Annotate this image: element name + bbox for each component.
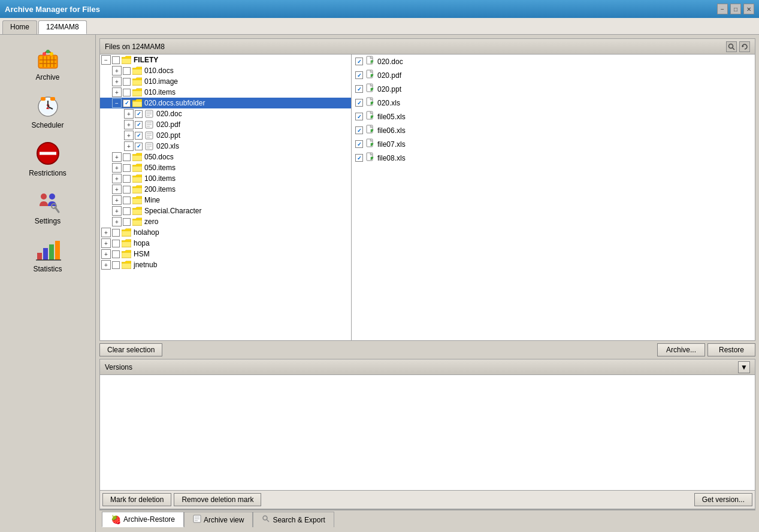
tab-search-export[interactable]: Search & Export [253, 512, 334, 527]
sidebar-item-restrictions[interactable]: Restrictions [9, 135, 87, 181]
tree-expander-filety[interactable]: − [101, 55, 111, 65]
view-icon[interactable] [726, 41, 737, 52]
file-checkbox-file06[interactable] [355, 126, 363, 134]
restore-button[interactable]: Restore [707, 343, 755, 356]
tree-checkbox-mine[interactable] [123, 197, 131, 204]
tree-expander-hopa[interactable]: + [101, 238, 111, 248]
tree-expander-zero[interactable]: + [112, 217, 122, 226]
sidebar-item-scheduler[interactable]: 2 Scheduler [9, 87, 87, 133]
tree-item-050items[interactable]: + 050.items [100, 162, 351, 173]
clear-selection-button[interactable]: Clear selection [99, 343, 162, 356]
tree-item-050docs[interactable]: + 050.docs [100, 152, 351, 162]
tree-checkbox-filety[interactable] [112, 56, 120, 64]
tree-item-specialchar[interactable]: + Special.Character [100, 205, 351, 216]
tree-checkbox-020ppt[interactable] [135, 132, 143, 140]
tree-checkbox-010image[interactable] [123, 78, 131, 86]
file-checkbox-file08[interactable] [355, 154, 363, 162]
file-checkbox-020pdf[interactable] [355, 71, 363, 79]
tree-item-020pdf[interactable]: + 020.pdf [100, 119, 351, 130]
close-button[interactable]: ✕ [743, 4, 754, 14]
tab-archive-view[interactable]: Archive view [184, 512, 253, 527]
tree-expander-holahop[interactable]: + [101, 228, 111, 237]
file-item-020pdf[interactable]: 020.pdf [352, 68, 755, 82]
versions-collapse-button[interactable]: ▼ [738, 361, 750, 373]
tree-expander-050items[interactable]: + [112, 163, 122, 173]
tree-checkbox-020docssubfolder[interactable] [123, 99, 131, 107]
tab-124mam8[interactable]: 124MAM8 [38, 20, 87, 34]
file-label-file06: file06.xls [377, 126, 406, 135]
tree-expander-100items[interactable]: + [112, 174, 122, 183]
file-checkbox-file05[interactable] [355, 113, 363, 120]
tree-item-020xls[interactable]: + 020.xls [100, 141, 351, 152]
sidebar-item-statistics[interactable]: Statistics [9, 231, 87, 277]
tree-checkbox-hopa[interactable] [112, 240, 120, 247]
tree-item-hopa[interactable]: + hopa [100, 238, 351, 249]
tree-checkbox-050docs[interactable] [123, 153, 131, 161]
tab-home[interactable]: Home [2, 20, 37, 34]
tree-checkbox-specialchar[interactable] [123, 207, 131, 215]
tree-expander-010image[interactable]: + [112, 77, 122, 86]
tree-expander-mine[interactable]: + [112, 195, 122, 205]
tree-expander-010docs[interactable]: + [112, 66, 122, 75]
sidebar-item-archive[interactable]: Archive [9, 40, 87, 85]
tree-expander-020xls[interactable]: + [124, 141, 134, 151]
tree-item-jnetnub[interactable]: + jnetnub [100, 259, 351, 270]
file-item-020xls[interactable]: 020.xls [352, 96, 755, 110]
tree-item-100items[interactable]: + 100.items [100, 173, 351, 184]
tree-scroll-area[interactable]: − FILETY + [100, 55, 351, 340]
tree-checkbox-holahop[interactable] [112, 229, 120, 237]
archive-button[interactable]: Archive... [657, 343, 705, 356]
tree-item-020docssubfolder[interactable]: − 020.docs.subfolder [100, 98, 351, 108]
tree-checkbox-100items[interactable] [123, 175, 131, 183]
tree-expander-jnetnub[interactable]: + [101, 260, 111, 270]
tree-item-filety[interactable]: − FILETY [100, 55, 351, 65]
get-version-button[interactable]: Get version... [694, 493, 752, 506]
refresh-icon[interactable] [739, 41, 750, 52]
tree-expander-hsm[interactable]: + [101, 249, 111, 259]
tree-item-010items[interactable]: + 010.items [100, 87, 351, 98]
file-item-020doc[interactable]: ✓ 020.doc [352, 55, 755, 68]
file-checkbox-020xls[interactable] [355, 99, 363, 107]
file-item-020ppt[interactable]: 020.ppt [352, 82, 755, 96]
file-item-file05[interactable]: file05.xls [352, 110, 755, 123]
tree-item-mine[interactable]: + Mine [100, 195, 351, 205]
file-checkbox-file07[interactable] [355, 140, 363, 148]
tree-checkbox-020xls[interactable] [135, 143, 143, 150]
mark-for-deletion-button[interactable]: Mark for deletion [102, 493, 171, 506]
file-item-file07[interactable]: file07.xls [352, 137, 755, 151]
sidebar-item-settings[interactable]: Settings [9, 183, 87, 229]
tree-item-200items[interactable]: + 200.items [100, 184, 351, 195]
tree-checkbox-zero[interactable] [123, 218, 131, 226]
tree-checkbox-050items[interactable] [123, 164, 131, 172]
tree-item-zero[interactable]: + zero [100, 216, 351, 227]
tree-checkbox-200items[interactable] [123, 186, 131, 194]
tree-item-holahop[interactable]: + holahop [100, 227, 351, 238]
minimize-button[interactable]: − [717, 4, 728, 14]
tree-item-010image[interactable]: + 010.image [100, 76, 351, 87]
tree-checkbox-hsm[interactable] [112, 250, 120, 258]
tree-checkbox-010items[interactable] [123, 89, 131, 96]
file-item-file08[interactable]: file08.xls [352, 151, 755, 165]
tree-expander-020pdf[interactable]: + [124, 120, 134, 129]
tree-checkbox-010docs[interactable] [123, 67, 131, 75]
tree-item-020ppt[interactable]: + 020.ppt [100, 130, 351, 141]
tree-checkbox-020pdf[interactable] [135, 121, 143, 129]
tree-item-hsm[interactable]: + HSM [100, 249, 351, 259]
tree-item-020doc[interactable]: + 020.doc [100, 108, 351, 119]
tree-expander-050docs[interactable]: + [112, 152, 122, 162]
file-item-file06[interactable]: file06.xls [352, 123, 755, 137]
file-checkbox-020ppt[interactable] [355, 85, 363, 93]
tree-expander-020doc[interactable]: + [124, 109, 134, 119]
tree-item-010docs[interactable]: + 010.docs [100, 65, 351, 76]
tree-expander-010items[interactable]: + [112, 87, 122, 97]
file-checkbox-020doc[interactable] [355, 58, 363, 65]
tree-expander-specialchar[interactable]: + [112, 206, 122, 216]
remove-deletion-mark-button[interactable]: Remove deletion mark [174, 493, 261, 506]
tree-checkbox-020doc[interactable] [135, 110, 143, 118]
maximize-button[interactable]: □ [730, 4, 741, 14]
tree-expander-020docssubfolder[interactable]: − [112, 98, 122, 108]
tree-expander-020ppt[interactable]: + [124, 131, 134, 140]
tree-checkbox-jnetnub[interactable] [112, 261, 120, 269]
tree-expander-200items[interactable]: + [112, 185, 122, 194]
tab-archive-restore[interactable]: 🍓 Archive-Restore [102, 512, 184, 527]
